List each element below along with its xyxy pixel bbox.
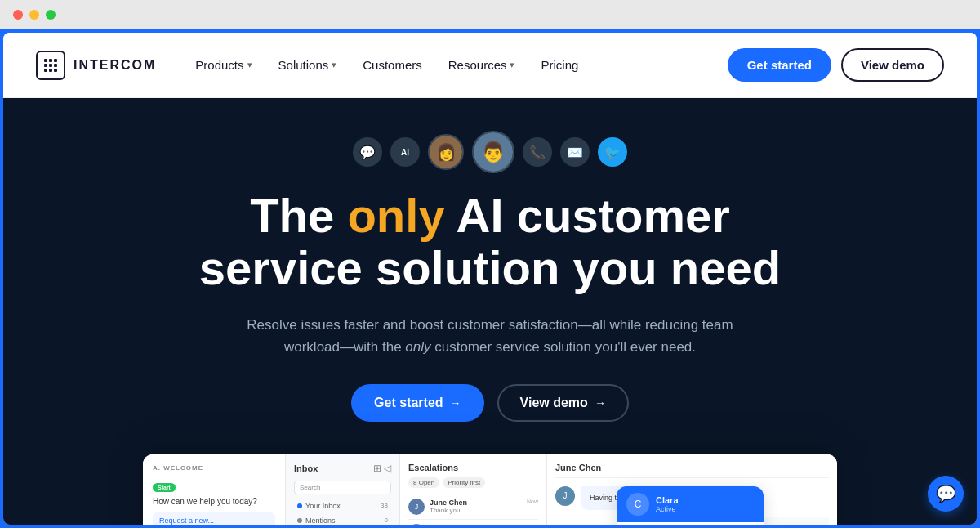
- nav-links: Products ▾ Solutions ▾ Customers Resourc…: [195, 58, 727, 72]
- chat-welcome-label: A. WELCOME: [153, 464, 275, 472]
- chat-question: How can we help you today?: [153, 497, 275, 506]
- page-inner: INTERCOM Products ▾ Solutions ▾ Customer…: [3, 33, 977, 525]
- logo[interactable]: INTERCOM: [36, 51, 156, 80]
- hero-get-started-button[interactable]: Get started →: [351, 384, 483, 422]
- filter-priority[interactable]: Priority first: [443, 477, 485, 488]
- nav-item-products[interactable]: Products ▾: [195, 58, 252, 72]
- avatar-2: 👨: [472, 131, 514, 173]
- get-started-button[interactable]: Get started: [728, 48, 831, 82]
- twitter-icon: 🐦: [598, 137, 627, 167]
- svg-rect-3: [44, 64, 47, 67]
- chevron-down-icon: ▾: [332, 60, 336, 70]
- esc-content-1: June Chen Thank you!: [430, 499, 522, 514]
- chat-start-badge: Start: [153, 483, 176, 492]
- chevron-down-icon: ▾: [510, 60, 514, 70]
- arrow-icon: →: [595, 396, 606, 409]
- escalation-item-2[interactable]: I Ivan Dian Hi, I have a quest... 8min: [408, 520, 538, 525]
- svg-rect-6: [44, 69, 47, 72]
- inbox-nav-your-inbox[interactable]: Your Inbox 33: [294, 499, 391, 512]
- ai-icon: AI: [390, 137, 420, 167]
- nav-item-customers[interactable]: Customers: [363, 58, 422, 72]
- arrow-icon: →: [450, 396, 461, 409]
- nav-item-resources[interactable]: Resources ▾: [448, 58, 515, 72]
- nav-item-pricing[interactable]: Pricing: [541, 58, 578, 72]
- chat-option-1[interactable]: Request a new...: [153, 512, 275, 525]
- svg-rect-1: [49, 59, 52, 62]
- inbox-title: Inbox: [294, 463, 318, 473]
- page-wrapper: INTERCOM Products ▾ Solutions ▾ Customer…: [0, 29, 980, 528]
- hero-view-demo-button[interactable]: View demo →: [497, 384, 629, 422]
- svg-rect-8: [54, 69, 57, 72]
- esc-avatar-1: J: [408, 499, 425, 515]
- logo-text: INTERCOM: [74, 58, 156, 73]
- logo-icon: [36, 51, 65, 80]
- close-dot[interactable]: [13, 10, 23, 20]
- nav-item-solutions[interactable]: Solutions ▾: [278, 58, 337, 72]
- browser-chrome: [0, 0, 980, 29]
- escalations-filters: 8 Open Priority first: [408, 477, 538, 488]
- whatsapp-icon: 💬: [353, 137, 382, 167]
- conv-avatar: J: [555, 486, 575, 506]
- escalations-panel: Escalations 8 Open Priority first J June…: [400, 454, 547, 525]
- inbox-header: Inbox ⊞ ◁: [294, 463, 391, 474]
- message-icon: ✉️: [560, 137, 590, 167]
- svg-rect-2: [54, 59, 57, 62]
- chat-bubble-button[interactable]: 💬: [928, 476, 964, 512]
- clara-header: C Clara Active: [617, 486, 764, 522]
- chat-panel: A. WELCOME Start How can we help you tod…: [143, 454, 286, 525]
- escalations-title: Escalations: [408, 463, 538, 472]
- escalation-item-1[interactable]: J June Chen Thank you! Now: [408, 494, 538, 520]
- inbox-search[interactable]: Search: [294, 481, 391, 494]
- mention-dot-icon: [297, 518, 302, 523]
- clara-message-area: Having trouble using our software: [617, 522, 764, 525]
- inbox-panel: Inbox ⊞ ◁ Search Your Inbox 33 Mentions: [286, 454, 400, 525]
- maximize-dot[interactable]: [46, 10, 56, 20]
- chevron-down-icon: ▾: [247, 60, 252, 70]
- clara-card: C Clara Active Having trouble using our …: [617, 486, 764, 525]
- filter-open[interactable]: 8 Open: [408, 477, 439, 488]
- inbox-icons: ⊞ ◁: [373, 463, 391, 474]
- hero-title: The only AI customer service solution yo…: [163, 190, 817, 294]
- svg-rect-4: [49, 64, 52, 67]
- phone-icon: 📞: [523, 137, 552, 167]
- hero-section: 💬 AI 👩 👨 📞 ✉️ 🐦 The only AI customer ser…: [3, 98, 977, 525]
- hero-subtitle: Resolve issues faster and boost customer…: [229, 314, 751, 358]
- inbox-nav-mentions[interactable]: Mentions 0: [294, 514, 391, 525]
- hero-buttons: Get started → View demo →: [351, 384, 629, 422]
- svg-rect-0: [44, 59, 47, 62]
- esc-avatar-2: I: [408, 524, 425, 525]
- svg-rect-5: [54, 64, 57, 67]
- nav-buttons: Get started View demo: [728, 48, 944, 82]
- clara-info: Clara Active: [656, 495, 679, 513]
- screenshot-wrapper: A. WELCOME Start How can we help you tod…: [143, 454, 837, 525]
- conversation-title: June Chen: [555, 463, 829, 478]
- minimize-dot[interactable]: [29, 10, 39, 20]
- floating-icons: 💬 AI 👩 👨 📞 ✉️ 🐦: [353, 131, 627, 173]
- navbar: INTERCOM Products ▾ Solutions ▾ Customer…: [3, 33, 977, 98]
- esc-content-2: Ivan Dian Hi, I have a quest...: [430, 524, 521, 525]
- chat-icon: 💬: [936, 484, 956, 503]
- svg-rect-7: [49, 69, 52, 72]
- avatar-1: 👩: [428, 134, 464, 170]
- inbox-dot-icon: [297, 503, 302, 508]
- view-demo-button[interactable]: View demo: [841, 48, 944, 82]
- clara-avatar: C: [626, 493, 649, 516]
